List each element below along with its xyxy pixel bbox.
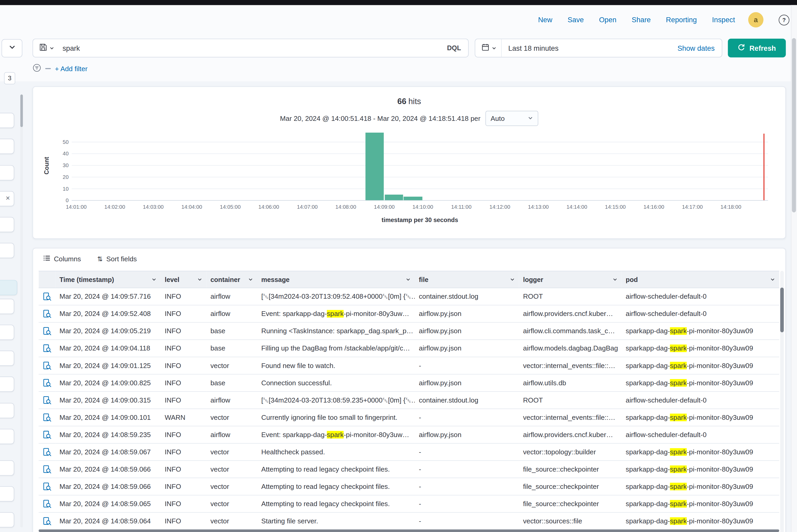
refresh-button[interactable]: Refresh	[728, 39, 786, 58]
table-horizontal-scrollbar[interactable]	[39, 529, 779, 532]
cell-level: INFO	[161, 426, 206, 443]
cell-logger: airflow.providers.cncf.kuber…	[519, 305, 622, 323]
field-item[interactable]	[0, 299, 14, 314]
help-icon[interactable]: ?	[779, 14, 790, 25]
cell-container: vector	[206, 512, 257, 530]
cell-level: INFO	[161, 443, 206, 461]
field-item[interactable]	[0, 165, 14, 180]
cell-file: -	[415, 478, 519, 495]
cell-logger: airflow.cli.commands.task_c…	[519, 323, 622, 340]
x-axis-label: timestamp per 30 seconds	[72, 216, 768, 224]
field-item[interactable]	[0, 217, 14, 232]
cell-message: Event: sparkapp-dag-spark-pi-monitor-80y…	[257, 305, 415, 323]
saved-query-menu-button[interactable]	[33, 43, 58, 53]
cell-level: INFO	[161, 323, 206, 340]
field-item[interactable]	[0, 486, 14, 501]
nav-link-share[interactable]: Share	[632, 16, 651, 24]
field-item-selected[interactable]	[0, 280, 17, 295]
query-bar: DQL	[33, 39, 469, 58]
column-header-pod[interactable]: pod	[622, 271, 779, 288]
histogram-bar[interactable]	[404, 197, 422, 200]
histogram-bar[interactable]	[385, 194, 403, 200]
expand-document-icon[interactable]	[43, 499, 51, 508]
expand-document-icon[interactable]	[43, 465, 51, 474]
histogram-bar[interactable]	[365, 132, 384, 200]
column-header-file[interactable]: file	[415, 271, 519, 288]
cell-container: vector	[206, 443, 257, 461]
nav-link-inspect[interactable]: Inspect	[712, 16, 735, 24]
page-scrollbar-thumb[interactable]	[792, 38, 796, 212]
nav-link-reporting[interactable]: Reporting	[666, 16, 697, 24]
cell-container: airflow	[206, 305, 257, 323]
nav-link-save[interactable]: Save	[568, 16, 584, 24]
cell-file: -	[415, 409, 519, 426]
quick-select-time-button[interactable]	[475, 39, 502, 57]
expand-document-icon[interactable]	[43, 430, 51, 439]
sidebar-scrollbar-thumb[interactable]	[20, 94, 23, 127]
add-filter-button[interactable]: + Add filter	[55, 65, 88, 73]
expand-document-icon[interactable]	[43, 517, 51, 526]
show-dates-button[interactable]: Show dates	[670, 44, 722, 52]
expand-document-icon[interactable]	[43, 344, 51, 353]
x-axis-tick-label: 14:12:00	[480, 204, 520, 210]
expand-document-icon[interactable]	[43, 361, 51, 370]
expand-document-icon[interactable]	[43, 448, 51, 456]
query-language-button[interactable]: DQL	[440, 44, 468, 52]
column-header-message[interactable]: message	[257, 271, 415, 288]
field-item[interactable]	[0, 243, 14, 258]
field-item[interactable]	[0, 350, 14, 366]
field-item[interactable]	[0, 460, 14, 475]
search-highlight: spark	[670, 379, 687, 386]
field-item[interactable]	[0, 325, 14, 340]
columns-button-label: Columns	[54, 255, 81, 263]
expand-document-icon[interactable]	[43, 309, 51, 318]
columns-button[interactable]: Columns	[43, 254, 81, 263]
remove-field-icon[interactable]: ✕	[5, 196, 10, 201]
filter-icon[interactable]	[33, 63, 41, 74]
expand-document-icon[interactable]	[43, 482, 51, 491]
expand-document-icon[interactable]	[43, 396, 51, 404]
column-header-time-timestamp-[interactable]: Time (timestamp)	[55, 271, 161, 288]
field-item[interactable]: ✕	[0, 191, 14, 206]
nav-link-open[interactable]: Open	[599, 16, 616, 24]
field-item[interactable]	[0, 377, 14, 392]
sidebar-collapse-toggle[interactable]	[2, 39, 22, 58]
expand-document-icon[interactable]	[43, 327, 51, 335]
column-header-level[interactable]: level	[161, 271, 206, 288]
cell-control	[39, 288, 55, 305]
cell-file: -	[415, 357, 519, 374]
cell-message: Filling up the DagBag from /stackable/ap…	[257, 340, 415, 357]
cell-message: Attempting to read legacy checkpoint fil…	[257, 461, 415, 478]
sort-fields-button[interactable]: ⇅ Sort fields	[97, 255, 137, 263]
nav-link-new[interactable]: New	[538, 16, 552, 24]
time-range-value[interactable]: Last 18 minutes	[502, 44, 670, 52]
x-axis-tick-label: 14:07:00	[287, 204, 328, 210]
cell-file: -	[415, 495, 519, 512]
field-item[interactable]	[0, 429, 14, 444]
field-item[interactable]	[0, 139, 14, 154]
sort-arrows-icon: ⇅	[97, 255, 103, 263]
chevron-down-icon	[528, 115, 533, 122]
column-header-logger[interactable]: logger	[519, 271, 622, 288]
time-range-summary: Mar 20, 2024 @ 14:00:51.418 - Mar 20, 20…	[33, 111, 785, 126]
column-header-container[interactable]: container	[206, 271, 257, 288]
field-item[interactable]	[0, 113, 14, 128]
field-item[interactable]	[0, 512, 14, 527]
field-item[interactable]	[0, 403, 14, 418]
cell-message: Currently ignoring file too small to fin…	[257, 409, 415, 426]
x-axis-tick-label: 14:06:00	[248, 204, 289, 210]
user-avatar[interactable]: a	[748, 12, 763, 27]
chevron-down-icon	[8, 43, 16, 53]
histogram-panel: 66hits Mar 20, 2024 @ 14:00:51.418 - Mar…	[33, 86, 786, 239]
cell-pod: sparkapp-dag-spark-pi-monitor-80y3uw09	[622, 340, 779, 357]
sort-fields-button-label: Sort fields	[106, 255, 137, 263]
expand-document-icon[interactable]	[43, 378, 51, 387]
expand-document-icon[interactable]	[43, 413, 51, 422]
table-scrollbar-thumb[interactable]	[780, 288, 784, 332]
search-input[interactable]	[58, 40, 440, 55]
interval-select[interactable]: Auto	[486, 111, 538, 126]
date-picker: Last 18 minutes Show dates	[475, 39, 722, 58]
cell-file: airflow.py.json	[415, 340, 519, 357]
calendar-icon	[481, 43, 489, 53]
expand-document-icon[interactable]	[43, 292, 51, 301]
